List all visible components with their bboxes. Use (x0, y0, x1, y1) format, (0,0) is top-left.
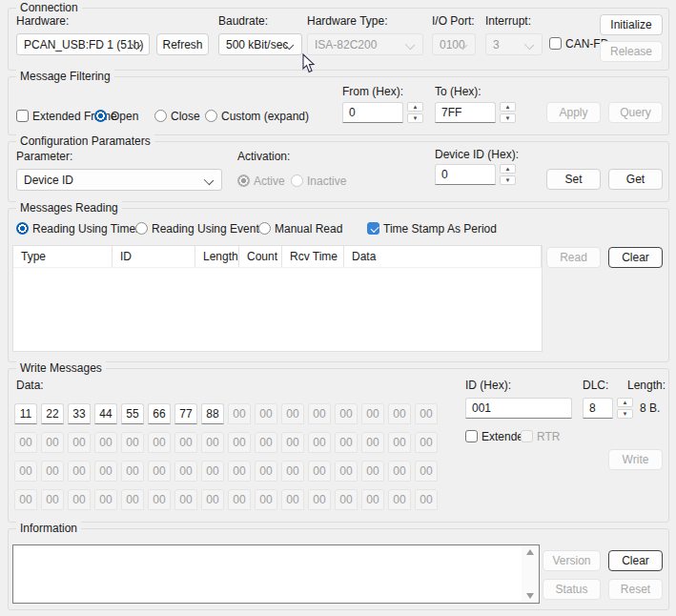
manual-read-radio[interactable] (258, 222, 271, 235)
extended-checkbox[interactable] (465, 430, 478, 442)
set-button[interactable]: Set (546, 169, 601, 190)
information-textarea[interactable] (12, 544, 540, 604)
data-byte-field: 00 (255, 489, 277, 510)
message-filtering-group-title: Message Filtering (16, 70, 114, 83)
column-header-rcv-time[interactable]: Rcv Time (282, 246, 344, 267)
spinner-down-icon[interactable]: ▼ (617, 409, 633, 419)
length-label: Length: (627, 379, 666, 392)
dlc-spinner[interactable]: ▲ ▼ (617, 398, 633, 419)
data-byte-field: 00 (415, 432, 438, 453)
data-byte-field: 00 (174, 489, 197, 510)
data-byte-field: 00 (281, 403, 304, 424)
messages-list[interactable]: TypeIDLengthCountRcv TimeData (12, 245, 543, 352)
spinner-up-icon[interactable]: ▲ (500, 164, 516, 174)
chevron-down-icon (204, 175, 214, 185)
chevron-down-icon (405, 40, 415, 50)
refresh-button[interactable]: Refresh (156, 33, 209, 55)
data-byte-field[interactable]: 33 (68, 403, 91, 424)
to-hex-input[interactable]: 7FF (435, 102, 496, 123)
initialize-button[interactable]: Initialize (600, 14, 663, 35)
clear-messages-button[interactable]: Clear (608, 247, 663, 268)
interrupt-select-value: 3 (493, 38, 500, 51)
from-hex-input[interactable]: 0 (342, 102, 403, 123)
parameter-label: Parameter: (16, 150, 72, 163)
reading-timer-radio[interactable] (16, 222, 29, 235)
data-byte-field: 00 (281, 489, 304, 510)
data-byte-field: 00 (388, 461, 411, 482)
data-byte-field: 00 (335, 432, 358, 453)
filter-close-label: Close (171, 110, 200, 123)
read-button: Read (546, 247, 601, 268)
from-hex-spinner[interactable]: ▲ ▼ (407, 102, 423, 123)
extended-frame-checkbox[interactable] (16, 110, 29, 122)
manual-read-label: Manual Read (275, 222, 342, 236)
data-byte-field[interactable]: 77 (174, 403, 197, 424)
reading-event-radio[interactable] (135, 222, 148, 235)
column-header-type[interactable]: Type (13, 246, 113, 267)
dlc-input[interactable]: 8 (583, 398, 613, 419)
data-byte-field: 00 (14, 489, 37, 510)
data-byte-field: 00 (281, 432, 304, 453)
activation-inactive-radio (291, 175, 303, 187)
to-hex-spinner[interactable]: ▲ ▼ (500, 102, 516, 123)
data-byte-field: 00 (148, 461, 171, 482)
filter-custom-radio[interactable] (205, 110, 217, 122)
filter-close-radio[interactable] (154, 110, 167, 122)
data-byte-field: 00 (388, 432, 411, 453)
data-byte-field[interactable]: 88 (201, 403, 224, 424)
data-byte-field: 00 (14, 432, 37, 453)
information-scrollbar[interactable] (522, 546, 538, 602)
interrupt-select: 3 (485, 33, 543, 55)
data-byte-field: 00 (228, 489, 251, 510)
interrupt-label: Interrupt: (485, 14, 531, 28)
data-byte-field: 00 (174, 461, 197, 482)
timestamp-label: Time Stamp As Period (383, 222, 497, 236)
spinner-down-icon[interactable]: ▼ (500, 113, 516, 123)
dlc-label: DLC: (583, 379, 608, 392)
spinner-down-icon[interactable]: ▼ (407, 113, 423, 123)
spinner-up-icon[interactable]: ▲ (407, 102, 423, 112)
data-byte-field: 00 (121, 461, 144, 482)
data-byte-field: 00 (361, 461, 384, 482)
filter-open-radio[interactable] (94, 110, 107, 122)
id-hex-input[interactable]: 001 (465, 398, 572, 419)
data-byte-field[interactable]: 55 (121, 403, 144, 424)
baudrate-select[interactable]: 500 kBit/sec (218, 33, 302, 55)
activation-active-label: Active (254, 175, 285, 188)
clear-info-button[interactable]: Clear (608, 550, 663, 571)
filter-custom-label: Custom (expand) (221, 110, 309, 123)
timestamp-checkbox[interactable] (367, 222, 379, 235)
data-byte-field[interactable]: 44 (94, 403, 117, 424)
data-byte-field: 00 (388, 403, 411, 424)
column-header-length[interactable]: Length (195, 246, 239, 267)
data-byte-field: 00 (68, 489, 91, 510)
chevron-down-icon (524, 40, 534, 50)
spinner-down-icon[interactable]: ▼ (500, 175, 516, 185)
data-byte-row: 00000000000000000000000000000000 (14, 461, 438, 482)
message-filtering-group: Message Filtering Extended Frame Open Cl… (8, 76, 669, 135)
data-byte-field: 00 (361, 403, 384, 424)
data-byte-field: 00 (281, 461, 304, 482)
spinner-up-icon[interactable]: ▲ (500, 102, 516, 112)
data-byte-field: 00 (68, 432, 91, 453)
data-byte-field: 00 (94, 489, 117, 510)
hardware-select[interactable]: PCAN_USB:FD 1 (51h) (16, 33, 150, 55)
column-header-id[interactable]: ID (113, 246, 195, 267)
data-byte-field[interactable]: 11 (14, 403, 37, 424)
scroll-down-icon[interactable] (526, 593, 534, 599)
parameter-select[interactable]: Device ID (16, 169, 222, 191)
reading-timer-label: Reading Using Timer (32, 222, 139, 236)
column-header-data[interactable]: Data (344, 246, 542, 267)
scroll-up-icon[interactable] (526, 549, 534, 555)
data-byte-field[interactable]: 22 (41, 403, 64, 424)
canfd-checkbox[interactable] (549, 37, 562, 50)
device-id-spinner[interactable]: ▲ ▼ (500, 164, 516, 185)
reading-event-label: Reading Using Event (152, 222, 259, 236)
data-byte-field[interactable]: 66 (148, 403, 171, 424)
release-button: Release (600, 41, 663, 62)
get-button[interactable]: Get (608, 169, 663, 190)
activation-active-radio (237, 175, 250, 187)
spinner-up-icon[interactable]: ▲ (617, 398, 633, 407)
device-id-input[interactable]: 0 (435, 164, 496, 185)
column-header-count[interactable]: Count (239, 246, 282, 267)
